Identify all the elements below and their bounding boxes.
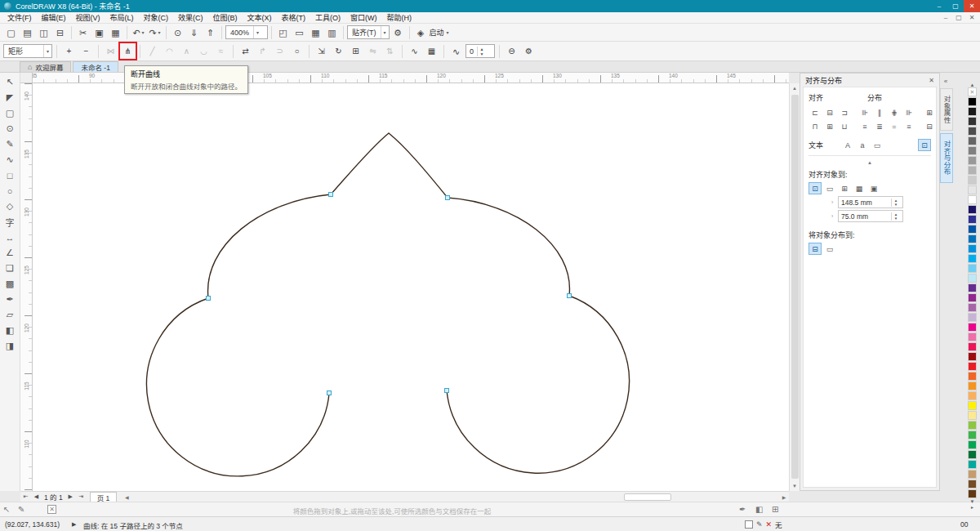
polygon-tool[interactable]: ◇ xyxy=(0,199,20,214)
break-curve-button[interactable]: ⋔ xyxy=(120,43,136,59)
drop-shadow-tool[interactable]: ❏ xyxy=(0,261,20,276)
distribute-right-button[interactable]: ⊪ xyxy=(902,106,915,118)
align-right-button[interactable]: ⊐ xyxy=(838,106,851,118)
show-grid-icon[interactable]: ▦ xyxy=(308,25,323,40)
no-color-swatch[interactable]: ✕ xyxy=(968,87,977,96)
color-swatch[interactable] xyxy=(968,264,977,273)
next-page-button[interactable]: ▶ xyxy=(65,493,76,500)
color-swatch[interactable] xyxy=(968,283,977,292)
text-align-mode-button[interactable]: ⊡ xyxy=(918,139,931,151)
color-swatch[interactable] xyxy=(968,470,977,479)
fill-color-swatch[interactable] xyxy=(745,520,753,529)
stepper-arrows-icon[interactable]: ▲▼ xyxy=(477,47,486,56)
document-minimize-button[interactable]: – xyxy=(939,14,952,21)
color-swatch[interactable] xyxy=(968,195,977,204)
minimize-button[interactable]: – xyxy=(931,0,947,12)
stepper-arrows-icon[interactable]: ▲▼ xyxy=(891,212,900,221)
color-swatch[interactable] xyxy=(968,136,977,145)
color-eyedropper-tool[interactable]: ✒ xyxy=(0,292,20,307)
color-swatch[interactable] xyxy=(968,342,977,351)
color-swatch[interactable] xyxy=(968,323,977,332)
zoom-level-combo[interactable]: 400% ▾ xyxy=(225,25,268,39)
first-page-button[interactable]: ⇤ xyxy=(20,493,31,500)
undo-icon[interactable]: ↶▾ xyxy=(131,25,146,40)
align-bottom-button[interactable]: ⊔ xyxy=(838,120,851,132)
previous-page-button[interactable]: ◀ xyxy=(31,493,42,500)
rotate-skew-nodes-button[interactable]: ↻ xyxy=(331,43,346,59)
ruler-origin-corner[interactable] xyxy=(20,73,33,83)
scroll-down-icon[interactable]: ▼ xyxy=(790,481,800,491)
show-guidelines-icon[interactable]: ▥ xyxy=(324,25,340,40)
reflect-nodes-vertically-button[interactable]: ⇅ xyxy=(382,43,398,59)
interactive-fill-tool[interactable]: ◧ xyxy=(0,323,20,338)
color-swatch[interactable] xyxy=(968,185,977,194)
freehand-tool[interactable]: ✎ xyxy=(0,136,20,152)
connector-tool[interactable]: ∠ xyxy=(0,245,20,261)
color-swatch[interactable] xyxy=(968,372,977,381)
color-swatch[interactable] xyxy=(968,117,977,126)
delete-node-button[interactable]: − xyxy=(78,43,94,59)
outline-pen-tool[interactable]: ▱ xyxy=(0,307,20,323)
color-swatch[interactable] xyxy=(968,303,977,312)
export-icon[interactable]: ⇑ xyxy=(203,25,218,40)
align-top-button[interactable]: ⊓ xyxy=(808,120,822,132)
color-swatch[interactable] xyxy=(968,382,977,390)
full-screen-preview-icon[interactable]: ◰ xyxy=(275,25,291,40)
color-swatch[interactable] xyxy=(968,176,977,185)
transparency-tool[interactable]: ▩ xyxy=(0,276,20,292)
fill-hint-icon[interactable]: ◧ xyxy=(755,505,763,514)
scroll-right-icon[interactable]: ▶ xyxy=(779,492,789,502)
color-swatch[interactable] xyxy=(968,146,977,155)
copy-icon[interactable]: ▣ xyxy=(91,25,107,40)
snap-to-combo[interactable]: 贴齐(T) ▾ xyxy=(347,25,390,39)
menu-item[interactable]: 工具(O) xyxy=(310,12,345,23)
color-swatch[interactable] xyxy=(968,127,977,136)
palette-expand-icon[interactable]: ▸ xyxy=(968,504,977,510)
color-swatch[interactable] xyxy=(968,489,977,498)
align-to-active-objects-button[interactable]: ⊡ xyxy=(808,182,822,194)
reflect-nodes-horizontally-button[interactable]: ⇋ xyxy=(365,43,381,59)
redo-icon[interactable]: ↷▾ xyxy=(147,25,163,40)
stepper-arrows-icon[interactable]: ▲▼ xyxy=(891,199,900,207)
menu-item[interactable]: 编辑(E) xyxy=(37,12,71,23)
color-swatch[interactable] xyxy=(968,244,977,253)
options-gear-icon[interactable]: ⚙ xyxy=(390,25,406,40)
align-x-field[interactable]: 148.5 mm ▲▼ xyxy=(838,196,903,208)
import-icon[interactable]: ⇓ xyxy=(186,25,202,40)
curve-options-button[interactable]: ⚙ xyxy=(521,43,537,59)
extend-curve-to-close-button[interactable]: ⊃ xyxy=(272,43,287,59)
outline-pen-icon[interactable]: ✎ xyxy=(756,520,763,529)
curve-node[interactable] xyxy=(446,196,450,200)
color-swatch[interactable] xyxy=(968,401,977,410)
add-node-button[interactable]: + xyxy=(61,43,77,59)
color-swatch[interactable] xyxy=(968,166,977,175)
horizontal-scrollbar[interactable]: ◀ ▶ xyxy=(122,492,789,502)
collapse-docker-button[interactable]: « xyxy=(940,78,951,85)
new-document-icon[interactable]: ▢ xyxy=(3,25,19,40)
vertical-scrollbar[interactable]: ▲ ▼ xyxy=(789,83,800,491)
drawing-canvas[interactable] xyxy=(33,83,789,491)
menu-item[interactable]: 视图(V) xyxy=(71,12,105,23)
paste-icon[interactable]: ▦ xyxy=(108,25,123,40)
align-center-vertical-button[interactable]: ⊞ xyxy=(823,120,836,132)
reduce-nodes-button[interactable]: ⊖ xyxy=(504,43,519,59)
align-to-grid-button[interactable]: ▦ xyxy=(853,182,866,194)
color-swatch[interactable] xyxy=(968,411,977,420)
color-swatch[interactable] xyxy=(968,450,977,459)
shape-tool[interactable]: ◤ xyxy=(0,90,20,105)
color-swatch[interactable] xyxy=(968,215,977,224)
color-swatch[interactable] xyxy=(968,431,977,440)
scroll-up-icon[interactable]: ▲ xyxy=(790,83,800,93)
distribute-spacing-v-button[interactable]: = xyxy=(888,120,901,132)
join-nodes-button[interactable]: ⋈ xyxy=(103,43,118,59)
distribute-outline-button[interactable]: ⊟ xyxy=(923,120,936,132)
distribute-spacing-h-button[interactable]: ⋕ xyxy=(888,106,901,118)
menu-item[interactable]: 文本(X) xyxy=(243,12,277,23)
save-icon[interactable]: ◫ xyxy=(36,25,51,40)
curve-node[interactable] xyxy=(445,389,449,393)
color-swatch[interactable] xyxy=(968,293,977,302)
rectangle-tool[interactable]: □ xyxy=(0,167,20,183)
menu-item[interactable]: 帮助(H) xyxy=(382,12,417,23)
close-curve-button[interactable]: ○ xyxy=(289,43,305,59)
distribute-bottom-button[interactable]: ≡ xyxy=(902,120,915,132)
